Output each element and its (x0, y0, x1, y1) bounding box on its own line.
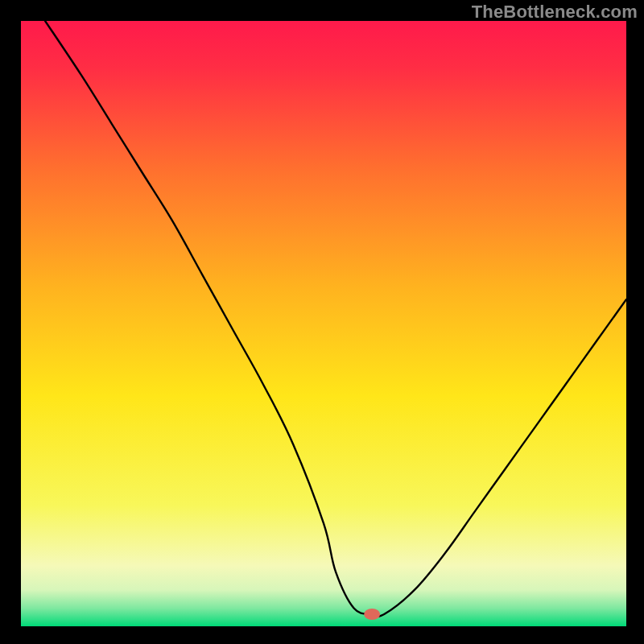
bottleneck-plot (21, 21, 626, 626)
chart-frame: TheBottleneck.com (0, 0, 644, 644)
gradient-background (21, 21, 626, 626)
watermark-text: TheBottleneck.com (472, 2, 638, 23)
zero-marker (364, 609, 380, 620)
